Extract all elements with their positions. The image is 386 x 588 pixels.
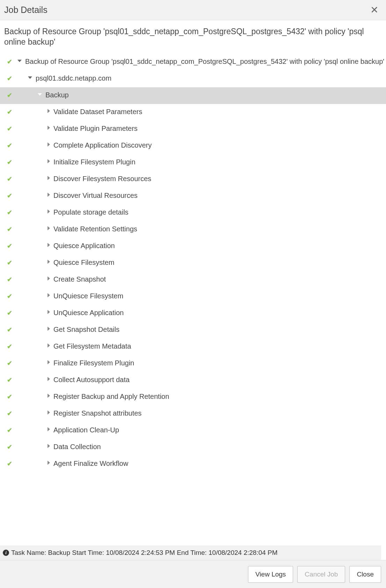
close-button[interactable]: Close — [349, 566, 381, 583]
tree-item-step[interactable]: ✔Validate Dataset Parameters — [0, 104, 386, 121]
tree-item-step[interactable]: ✔Quiesce Filesystem — [0, 255, 386, 271]
success-check-icon: ✔ — [7, 442, 15, 452]
chevron-right-icon[interactable] — [48, 410, 50, 415]
success-check-icon: ✔ — [7, 224, 15, 234]
tree-item-step[interactable]: ✔Complete Application Discovery — [0, 137, 386, 154]
tree-item-step[interactable]: ✔Create Snapshot — [0, 271, 386, 288]
dialog-header: Job Details ✕ — [0, 0, 386, 20]
tree-item-label: Validate Plugin Parameters — [53, 124, 138, 133]
dialog-footer: View Logs Cancel Job Close — [0, 560, 386, 588]
status-text: Task Name: Backup Start Time: 10/08/2024… — [11, 549, 278, 557]
chevron-right-icon[interactable] — [48, 109, 50, 113]
tree-item-step[interactable]: ✔Get Filesystem Metadata — [0, 338, 386, 355]
success-check-icon: ✔ — [7, 425, 15, 435]
success-check-icon: ✔ — [7, 73, 15, 83]
tree-item-label: Discover Filesystem Resources — [53, 174, 151, 184]
tree-item-label: Validate Dataset Parameters — [53, 107, 142, 117]
tree-item-label: Discover Virtual Resources — [53, 191, 138, 200]
chevron-right-icon[interactable] — [48, 226, 50, 230]
tree-item-label: Backup — [45, 90, 69, 100]
success-check-icon: ✔ — [7, 459, 15, 468]
chevron-right-icon[interactable] — [48, 360, 50, 364]
chevron-right-icon[interactable] — [48, 193, 50, 197]
success-check-icon: ✔ — [7, 157, 15, 167]
success-check-icon: ✔ — [7, 274, 15, 284]
tree-item-host[interactable]: ✔ psql01.sddc.netapp.com — [0, 70, 386, 87]
chevron-right-icon[interactable] — [48, 142, 50, 147]
chevron-right-icon[interactable] — [48, 260, 50, 264]
chevron-right-icon[interactable] — [48, 176, 50, 180]
tree-item-step[interactable]: ✔Finalize Filesystem Plugin — [0, 355, 386, 372]
tree-item-label: Get Snapshot Details — [53, 325, 119, 334]
tree-item-label: Backup of Resource Group 'psql01_sddc_ne… — [25, 57, 384, 66]
tree-item-label: Get Filesystem Metadata — [53, 341, 131, 351]
tree-item-label: Finalize Filesystem Plugin — [53, 358, 134, 368]
tree-item-label: Complete Application Discovery — [53, 140, 152, 150]
success-check-icon: ✔ — [7, 241, 15, 251]
tree-item-backup[interactable]: ✔ Backup — [0, 87, 386, 104]
chevron-right-icon[interactable] — [48, 343, 50, 348]
chevron-right-icon[interactable] — [48, 293, 50, 297]
tree-item-step[interactable]: ✔Populate storage details — [0, 204, 386, 221]
tree-item-step[interactable]: ✔Quiesce Application — [0, 238, 386, 255]
tree-item-label: psql01.sddc.netapp.com — [36, 73, 111, 83]
tree-item-step[interactable]: ✔Data Collection — [0, 439, 386, 456]
tree-item-step[interactable]: ✔UnQuiesce Filesystem — [0, 288, 386, 305]
success-check-icon: ✔ — [7, 341, 15, 351]
success-check-icon: ✔ — [7, 90, 15, 100]
tree-item-label: Collect Autosupport data — [53, 375, 130, 385]
tree-item-step[interactable]: ✔Register Backup and Apply Retention — [0, 389, 386, 405]
success-check-icon: ✔ — [7, 191, 15, 200]
tree-item-step[interactable]: ✔Register Snapshot attributes — [0, 405, 386, 422]
chevron-down-icon[interactable] — [28, 76, 32, 79]
tree-item-label: UnQuiesce Filesystem — [53, 291, 123, 301]
tree-item-step[interactable]: ✔Validate Plugin Parameters — [0, 121, 386, 137]
tree-item-step[interactable]: ✔Agent Finalize Workflow — [0, 456, 386, 472]
chevron-down-icon[interactable] — [38, 93, 42, 96]
cancel-job-button[interactable]: Cancel Job — [297, 566, 345, 583]
chevron-right-icon[interactable] — [48, 310, 50, 314]
tree-item-label: Quiesce Application — [53, 241, 115, 251]
tree-item-label: Application Clean-Up — [53, 425, 119, 435]
chevron-right-icon[interactable] — [48, 276, 50, 281]
chevron-right-icon[interactable] — [48, 209, 50, 214]
chevron-right-icon[interactable] — [48, 126, 50, 130]
tree-item-label: Register Backup and Apply Retention — [53, 392, 169, 401]
close-icon[interactable]: ✕ — [369, 5, 380, 15]
tree-item-label: Populate storage details — [53, 207, 129, 217]
job-name-heading: Backup of Resource Group 'psql01_sddc_ne… — [0, 21, 386, 51]
chevron-right-icon[interactable] — [48, 427, 50, 431]
tree-item-label: Agent Finalize Workflow — [53, 459, 128, 468]
success-check-icon: ✔ — [7, 408, 15, 418]
tree-item-root[interactable]: ✔ Backup of Resource Group 'psql01_sddc_… — [0, 54, 386, 70]
tree-item-label: Initialize Filesystem Plugin — [53, 157, 136, 167]
content-scroll[interactable]: Backup of Resource Group 'psql01_sddc_ne… — [0, 21, 386, 560]
chevron-right-icon[interactable] — [48, 444, 50, 448]
success-check-icon: ✔ — [7, 291, 15, 301]
chevron-right-icon[interactable] — [48, 461, 50, 465]
success-check-icon: ✔ — [7, 325, 15, 334]
tree-item-label: UnQuiesce Application — [53, 308, 124, 318]
tree-item-label: Register Snapshot attributes — [53, 408, 141, 418]
chevron-right-icon[interactable] — [48, 327, 50, 331]
success-check-icon: ✔ — [7, 308, 15, 318]
view-logs-button[interactable]: View Logs — [248, 566, 293, 583]
tree-item-step[interactable]: ✔Validate Retention Settings — [0, 221, 386, 238]
task-tree: ✔ Backup of Resource Group 'psql01_sddc_… — [0, 51, 386, 560]
chevron-right-icon[interactable] — [48, 394, 50, 398]
dialog-title: Job Details — [4, 5, 48, 15]
success-check-icon: ✔ — [7, 375, 15, 385]
chevron-down-icon[interactable] — [17, 60, 22, 62]
chevron-right-icon[interactable] — [48, 377, 50, 381]
chevron-right-icon[interactable] — [48, 243, 50, 247]
tree-item-step[interactable]: ✔UnQuiesce Application — [0, 305, 386, 322]
tree-item-step[interactable]: ✔Discover Filesystem Resources — [0, 171, 386, 188]
tree-item-step[interactable]: ✔Get Snapshot Details — [0, 322, 386, 338]
tree-item-step[interactable]: ✔Collect Autosupport data — [0, 372, 386, 389]
tree-item-label: Data Collection — [53, 442, 101, 452]
chevron-right-icon[interactable] — [48, 159, 50, 163]
success-check-icon: ✔ — [7, 140, 15, 150]
tree-item-step[interactable]: ✔Initialize Filesystem Plugin — [0, 154, 386, 171]
tree-item-step[interactable]: ✔Application Clean-Up — [0, 422, 386, 439]
tree-item-step[interactable]: ✔Discover Virtual Resources — [0, 188, 386, 204]
